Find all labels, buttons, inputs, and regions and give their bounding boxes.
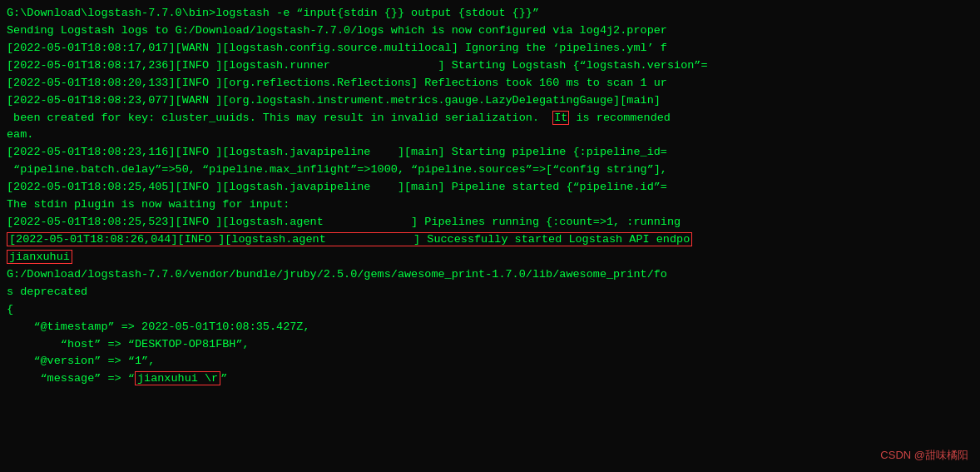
terminal-line: “pipeline.batch.delay”=>50, “pipeline.ma… [7, 161, 973, 179]
terminal-line: [2022-05-01T18:08:25,405][INFO ][logstas… [7, 179, 973, 196]
terminal-line: { [7, 301, 973, 319]
terminal-line: “@timestamp” => 2022-05-01T10:08:35.427Z… [7, 319, 973, 336]
terminal-line: The stdin plugin is now waiting for inpu… [7, 196, 973, 214]
terminal-line: [2022-05-01T18:08:23,077][WARN ][org.log… [7, 92, 973, 110]
terminal-line: “@version” => “1”, [7, 353, 973, 370]
terminal-line: Sending Logstash logs to G:/Download/log… [7, 22, 973, 40]
terminal-line: G:/Download/logstash-7.7.0/vendor/bundle… [7, 266, 973, 284]
terminal-line: “host” => “DESKTOP-OP81FBH”, [7, 336, 973, 354]
watermark-name: 甜味橘阳 [925, 449, 968, 461]
terminal-line: “message” => “jianxuhui \r” [7, 370, 973, 388]
terminal-line: [2022-05-01T18:08:17,236][INFO ][logstas… [7, 57, 973, 75]
terminal-line: s deprecated [7, 284, 973, 301]
terminal-line: been created for key: cluster_uuids. Thi… [7, 110, 973, 127]
terminal-line: [2022-05-01T18:08:20,133][INFO ][org.ref… [7, 75, 973, 92]
terminal-line: [2022-05-01T18:08:26,044][INFO ][logstas… [7, 231, 973, 249]
terminal-content: G:\Download\logstash-7.7.0\bin>logstash … [7, 5, 973, 388]
terminal-window: G:\Download\logstash-7.7.0\bin>logstash … [0, 0, 980, 472]
watermark: CSDN @甜味橘阳 [880, 447, 968, 464]
terminal-line: [2022-05-01T18:08:17,017][WARN ][logstas… [7, 40, 973, 57]
terminal-line: jianxuhui [7, 249, 973, 266]
watermark-prefix: CSDN @ [880, 449, 925, 461]
terminal-line: G:\Download\logstash-7.7.0\bin>logstash … [7, 5, 973, 22]
terminal-line: [2022-05-01T18:08:23,116][INFO ][logstas… [7, 144, 973, 161]
terminal-line: [2022-05-01T18:08:25,523][INFO ][logstas… [7, 214, 973, 231]
terminal-line: eam. [7, 127, 973, 144]
